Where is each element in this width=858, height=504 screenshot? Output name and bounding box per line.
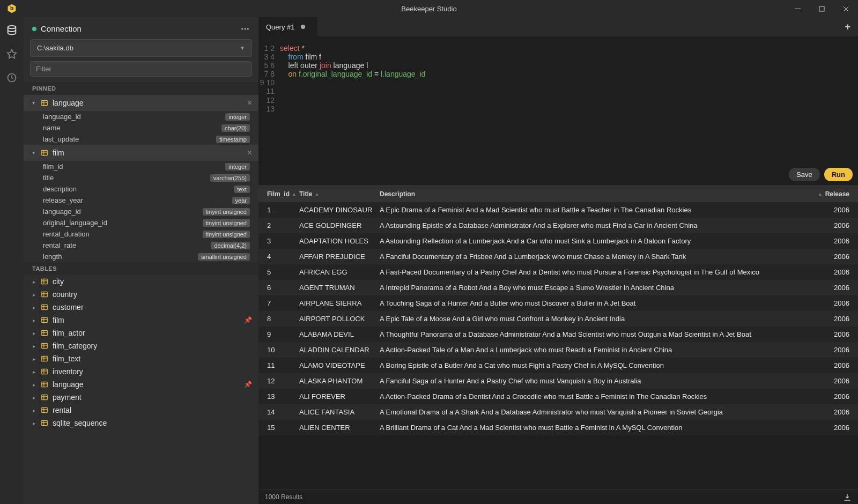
column-row[interactable]: descriptiontext: [24, 183, 258, 195]
chevron-icon: ▸: [30, 292, 38, 298]
maximize-button[interactable]: [810, 0, 834, 17]
column-row[interactable]: lengthsmallint unsigned: [24, 251, 258, 262]
table-name: language: [53, 380, 244, 389]
database-select[interactable]: C:\sakila.db ▼: [30, 39, 252, 57]
chevron-icon: ▸: [30, 369, 38, 375]
column-name: name: [43, 124, 221, 132]
pinned-table-film[interactable]: ▸film×: [24, 145, 258, 161]
table-item-inventory[interactable]: ▸inventory: [24, 365, 258, 378]
table-name: inventory: [53, 367, 252, 376]
sidebar-menu-button[interactable]: ⋯: [241, 24, 250, 34]
column-header-description[interactable]: Description▲: [376, 186, 826, 202]
column-type: year: [232, 197, 250, 204]
chevron-icon: ▸: [30, 407, 38, 413]
table-item-payment[interactable]: ▸payment: [24, 391, 258, 404]
column-row[interactable]: language_idtinyint unsigned: [24, 206, 258, 217]
cell-film-id: 14: [264, 404, 296, 420]
table-name: language: [53, 99, 247, 107]
result-row[interactable]: 9ALABAMA DEVILA Thoughtful Panorama of a…: [258, 327, 858, 342]
result-row[interactable]: 15ALIEN CENTERA Brilliant Drama of a Cat…: [258, 420, 858, 435]
cell-description: A Astounding Epistle of a Database Admin…: [376, 218, 826, 233]
cell-film-id: 1: [264, 202, 296, 218]
column-header-release[interactable]: Release: [826, 186, 853, 202]
run-button[interactable]: Run: [824, 168, 853, 181]
tab-bar: Query #1 +: [258, 17, 858, 36]
column-name: original_language_id: [43, 219, 203, 227]
pinned-table-language[interactable]: ▸language×: [24, 95, 258, 111]
cell-film-id: 6: [264, 280, 296, 295]
svg-marker-4: [8, 50, 17, 58]
column-type: integer: [225, 163, 250, 171]
cell-year: 2006: [826, 218, 853, 233]
column-row[interactable]: rental_durationtinyint unsigned: [24, 228, 258, 240]
table-item-country[interactable]: ▸country: [24, 288, 258, 301]
result-row[interactable]: 1ACADEMY DINOSAURA Epic Drama of a Femin…: [258, 202, 858, 218]
table-item-film_text[interactable]: ▸film_text: [24, 352, 258, 365]
column-row[interactable]: namechar(20): [24, 122, 258, 134]
table-item-rental[interactable]: ▸rental: [24, 404, 258, 417]
result-row[interactable]: 2ACE GOLDFINGERA Astounding Epistle of a…: [258, 218, 858, 233]
result-row[interactable]: 6AGENT TRUMANA Intrepid Panorama of a Ro…: [258, 280, 858, 295]
cell-year: 2006: [826, 404, 853, 420]
sql-editor[interactable]: 1 2 3 4 5 6 7 8 9 10 11 12 13 select * f…: [258, 36, 858, 164]
table-item-film_category[interactable]: ▸film_category: [24, 339, 258, 352]
table-name: rental: [53, 406, 252, 414]
table-item-city[interactable]: ▸city: [24, 275, 258, 288]
add-tab-button[interactable]: +: [837, 21, 858, 33]
star-icon[interactable]: [6, 48, 18, 60]
close-button[interactable]: [834, 0, 858, 17]
result-row[interactable]: 13ALI FOREVERA Action-Packed Drama of a …: [258, 389, 858, 404]
database-icon[interactable]: [6, 25, 18, 36]
table-icon: [41, 316, 48, 324]
column-header-film-id[interactable]: Film_id▲: [264, 186, 296, 202]
column-row[interactable]: titlevarchar(255): [24, 172, 258, 183]
column-row[interactable]: rental_ratedecimal(4,2): [24, 240, 258, 251]
result-row[interactable]: 14ALICE FANTASIAA Emotional Drama of a A…: [258, 404, 858, 420]
cell-film-id: 2: [264, 218, 296, 233]
query-tab[interactable]: Query #1: [258, 17, 317, 36]
svg-rect-17: [42, 395, 48, 399]
table-item-film[interactable]: ▸film📌: [24, 314, 258, 327]
chevron-icon: ▸: [30, 420, 38, 426]
result-row[interactable]: 5AFRICAN EGGA Fast-Paced Documentary of …: [258, 264, 858, 280]
table-icon: [41, 303, 48, 311]
result-row[interactable]: 4AFFAIR PREJUDICEA Fanciful Documentary …: [258, 249, 858, 264]
column-name: last_update: [43, 135, 216, 143]
cell-title: ALASKA PHANTOM: [296, 373, 376, 389]
cell-description: A Action-Packed Drama of a Dentist And a…: [376, 389, 826, 404]
result-row[interactable]: 10ALADDIN CALENDARA Action-Packed Tale o…: [258, 342, 858, 358]
unpin-button[interactable]: ×: [247, 98, 252, 108]
filter-input[interactable]: Filter: [30, 61, 252, 77]
download-button[interactable]: [843, 493, 852, 501]
unpin-button[interactable]: ×: [247, 148, 252, 158]
minimize-button[interactable]: [786, 0, 810, 17]
cell-title: ALI FOREVER: [296, 389, 376, 404]
result-row[interactable]: 8AIRPORT POLLOCKA Epic Tale of a Moose A…: [258, 311, 858, 327]
table-item-film_actor[interactable]: ▸film_actor: [24, 327, 258, 339]
history-icon[interactable]: [6, 72, 18, 84]
column-row[interactable]: last_updatetimestamp: [24, 134, 258, 145]
chevron-icon: ▸: [30, 305, 38, 310]
column-row[interactable]: language_idinteger: [24, 111, 258, 122]
column-row[interactable]: original_language_idtinyint unsigned: [24, 217, 258, 228]
table-name: country: [53, 290, 252, 299]
svg-rect-7: [42, 150, 48, 155]
cell-title: ALIEN CENTER: [296, 420, 376, 435]
table-item-language[interactable]: ▸language📌: [24, 378, 258, 391]
result-row[interactable]: 7AIRPLANE SIERRAA Touching Saga of a Hun…: [258, 295, 858, 311]
chevron-down-icon: ▼: [240, 45, 245, 51]
column-header-title[interactable]: Title▲: [296, 186, 376, 202]
cell-title: AFRICAN EGG: [296, 264, 376, 280]
table-icon: [41, 99, 48, 107]
result-row[interactable]: 3ADAPTATION HOLESA Astounding Reflection…: [258, 233, 858, 249]
result-row[interactable]: 12ALASKA PHANTOMA Fanciful Saga of a Hun…: [258, 373, 858, 389]
table-item-sqlite_sequence[interactable]: ▸sqlite_sequence: [24, 417, 258, 429]
save-button[interactable]: Save: [789, 168, 820, 181]
table-item-customer[interactable]: ▸customer: [24, 301, 258, 314]
result-row[interactable]: 11ALAMO VIDEOTAPEA Boring Epistle of a B…: [258, 358, 858, 373]
table-name: film: [53, 149, 247, 157]
results-body[interactable]: 1ACADEMY DINOSAURA Epic Drama of a Femin…: [258, 202, 858, 490]
column-row[interactable]: film_idinteger: [24, 161, 258, 172]
table-icon: [41, 355, 48, 362]
column-row[interactable]: release_yearyear: [24, 195, 258, 206]
